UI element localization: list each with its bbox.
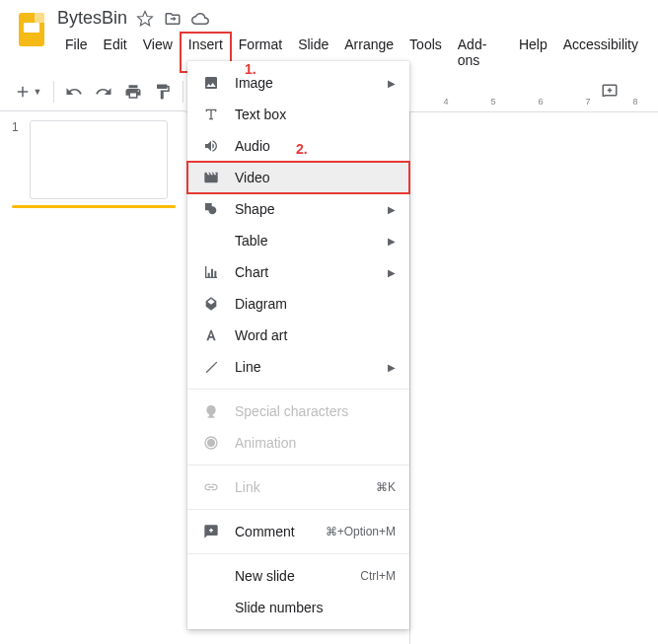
annotation-1: 1. — [245, 61, 256, 77]
insert-line-label: Line — [235, 359, 388, 375]
insert-chart-label: Chart — [235, 264, 388, 280]
insert-shape-label: Shape — [235, 201, 388, 217]
insert-table-label: Table — [235, 233, 388, 249]
menu-accessibility[interactable]: Accessibility — [555, 33, 646, 72]
menu-separator — [187, 553, 409, 554]
slide-underline — [12, 205, 176, 208]
menu-addons[interactable]: Add-ons — [450, 33, 511, 72]
link-icon — [201, 477, 221, 497]
insert-line[interactable]: Line ▶ — [187, 351, 409, 383]
line-icon — [201, 357, 221, 377]
slide-canvas[interactable] — [409, 112, 658, 644]
redo-button[interactable] — [90, 78, 117, 106]
separator — [53, 81, 54, 103]
insert-slide-numbers-label: Slide numbers — [235, 600, 396, 615]
textbox-icon — [201, 105, 221, 124]
insert-video[interactable]: Video — [187, 162, 409, 193]
ruler-mark: 5 — [470, 97, 517, 111]
menu-separator — [187, 389, 409, 390]
menu-help[interactable]: Help — [511, 33, 555, 72]
menu-file[interactable]: File — [57, 33, 96, 72]
insert-textbox-label: Text box — [235, 107, 396, 122]
insert-link: Link ⌘K — [187, 471, 409, 503]
document-title[interactable]: BytesBin — [57, 8, 127, 29]
cloud-status-icon[interactable] — [190, 9, 210, 29]
insert-special-characters-label: Special characters — [235, 403, 396, 419]
diagram-icon — [201, 294, 221, 314]
insert-diagram-label: Diagram — [235, 296, 396, 312]
insert-diagram[interactable]: Diagram — [187, 288, 409, 320]
insert-slide-numbers[interactable]: Slide numbers — [187, 592, 409, 623]
submenu-arrow-icon: ▶ — [388, 204, 396, 215]
insert-image[interactable]: Image ▶ — [187, 67, 409, 99]
video-icon — [201, 168, 221, 187]
slide-number: 1 — [12, 120, 22, 199]
submenu-arrow-icon: ▶ — [388, 78, 396, 89]
ruler-mark: 8 — [612, 97, 658, 111]
insert-chart[interactable]: Chart ▶ — [187, 256, 409, 288]
audio-icon — [201, 136, 221, 156]
submenu-arrow-icon: ▶ — [388, 267, 396, 278]
insert-animation-label: Animation — [235, 435, 396, 451]
insert-new-slide-label: New slide — [235, 568, 360, 584]
insert-wordart-label: Word art — [235, 327, 396, 343]
menu-separator — [187, 509, 409, 510]
insert-audio-label: Audio — [235, 138, 396, 154]
menu-view[interactable]: View — [135, 33, 181, 72]
comment-shortcut: ⌘+Option+M — [326, 525, 396, 538]
animation-icon — [201, 433, 221, 453]
new-slide-button[interactable]: ▼ — [8, 78, 47, 106]
paint-format-button[interactable] — [149, 78, 177, 106]
menu-separator — [187, 465, 409, 465]
comment-icon — [201, 522, 221, 541]
shape-icon — [201, 199, 221, 219]
slide-thumbnail[interactable] — [30, 120, 168, 199]
insert-shape[interactable]: Shape ▶ — [187, 193, 409, 225]
insert-video-label: Video — [235, 170, 396, 185]
move-icon[interactable] — [163, 9, 183, 29]
insert-link-label: Link — [235, 479, 376, 495]
insert-new-slide[interactable]: New slide Ctrl+M — [187, 560, 409, 592]
insert-animation: Animation — [187, 427, 409, 459]
link-shortcut: ⌘K — [376, 480, 396, 494]
slides-icon — [19, 13, 44, 46]
ruler-mark: 7 — [564, 97, 612, 111]
insert-image-label: Image — [235, 75, 388, 91]
ruler-mark: 4 — [422, 97, 470, 111]
special-chars-icon — [201, 401, 221, 421]
insert-special-characters: Special characters — [187, 395, 409, 427]
app-logo[interactable] — [12, 10, 51, 49]
insert-wordart[interactable]: Word art — [187, 320, 409, 351]
submenu-arrow-icon: ▶ — [388, 362, 396, 373]
slide-panel: 1 — [0, 112, 185, 216]
image-icon — [201, 73, 221, 93]
ruler-mark: 6 — [517, 97, 564, 111]
separator — [183, 81, 183, 103]
print-button[interactable] — [119, 78, 147, 106]
insert-comment-label: Comment — [235, 524, 326, 539]
insert-comment[interactable]: Comment ⌘+Option+M — [187, 516, 409, 547]
submenu-arrow-icon: ▶ — [388, 236, 396, 247]
undo-button[interactable] — [60, 78, 88, 106]
wordart-icon — [201, 325, 221, 345]
insert-table[interactable]: Table ▶ — [187, 225, 409, 256]
insert-textbox[interactable]: Text box — [187, 99, 409, 130]
annotation-2: 2. — [296, 141, 308, 157]
chart-icon — [201, 262, 221, 282]
star-icon[interactable] — [135, 9, 155, 29]
menu-edit[interactable]: Edit — [96, 33, 135, 72]
new-slide-shortcut: Ctrl+M — [360, 569, 396, 583]
